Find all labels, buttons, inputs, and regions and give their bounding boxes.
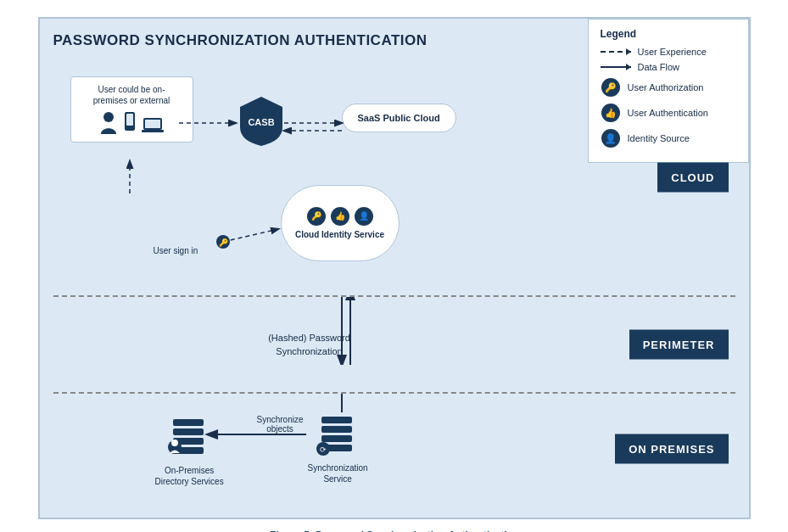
sync-service-icon: ⟳ — [315, 412, 361, 459]
synchronize-label: Synchronizeobjects — [257, 415, 304, 434]
user-icons-row — [81, 111, 182, 135]
svg-rect-8 — [127, 131, 132, 132]
sync-service-label: SynchronizationService — [308, 462, 368, 484]
svg-text:CASB: CASB — [248, 117, 274, 127]
svg-text:⟳: ⟳ — [320, 445, 327, 454]
diagram-box: PASSWORD SYNCHRONIZATION AUTHENTICATION … — [38, 17, 751, 519]
laptop-icon — [142, 116, 164, 135]
sync-service-node: ⟳ SynchronizationService — [308, 412, 368, 484]
onprem-directory-node: On-PremisesDirectory Services — [155, 415, 224, 487]
svg-rect-27 — [173, 419, 204, 426]
key-icon: 🔑 — [307, 207, 326, 226]
legend-label-experience: User Experience — [638, 47, 707, 57]
cloud-identity-label: Cloud Identity Service — [295, 229, 384, 240]
saas-label: SaaS Public Cloud — [358, 113, 440, 123]
svg-rect-33 — [321, 417, 352, 423]
directory-services-icon — [166, 415, 213, 462]
saas-box: SaaS Public Cloud — [342, 104, 456, 132]
user-box-label: User could be on-premises or external — [81, 84, 182, 106]
perimeter-description: (Hashed) PasswordSynchronization — [268, 331, 350, 359]
cloud-identity-box: 🔑 👍 👤 Cloud Identity Service — [281, 185, 400, 261]
onpremises-zone-label: ON PREMISES — [615, 434, 728, 464]
casb-shield-icon: CASB — [238, 95, 284, 146]
svg-line-19 — [223, 229, 278, 242]
cloud-zone: CLOUD User could be on-premises or exter… — [53, 59, 735, 297]
cloud-identity-icons: 🔑 👍 👤 — [307, 207, 373, 226]
svg-rect-9 — [126, 114, 133, 126]
svg-rect-12 — [142, 130, 164, 132]
outer-container: PASSWORD SYNCHRONIZATION AUTHENTICATION … — [21, 0, 768, 532]
svg-rect-28 — [173, 428, 204, 435]
perimeter-zone-label: PERIMETER — [629, 330, 729, 360]
svg-point-20 — [216, 235, 230, 249]
person-user-icon — [99, 111, 118, 135]
onprem-directory-label: On-PremisesDirectory Services — [155, 465, 224, 487]
cloud-zone-label: CLOUD — [657, 163, 728, 193]
legend-item-experience: User Experience — [601, 47, 736, 57]
user-box: User could be on-premises or external — [70, 76, 193, 143]
phone-icon — [123, 111, 137, 135]
onpremises-zone: ON PREMISES On-Premise — [53, 394, 735, 504]
svg-rect-11 — [145, 120, 160, 128]
svg-text:🔑: 🔑 — [218, 238, 228, 248]
perimeter-content: (Hashed) PasswordSynchronization — [53, 311, 566, 378]
dashed-line-icon — [601, 51, 631, 53]
user-signin-label: User sign in — [154, 246, 198, 255]
legend-title: Legend — [601, 28, 736, 40]
thumb-icon: 👍 — [331, 207, 349, 226]
svg-point-6 — [103, 112, 114, 122]
perimeter-zone: PERIMETER (Hashed) PasswordSynchronizati… — [53, 297, 735, 394]
person-icon: 👤 — [355, 207, 373, 226]
svg-rect-35 — [321, 435, 352, 442]
svg-point-32 — [171, 440, 178, 446]
casb-node: CASB — [238, 95, 284, 146]
svg-rect-34 — [321, 426, 352, 433]
onprem-directory-icon-wrap — [166, 415, 213, 462]
